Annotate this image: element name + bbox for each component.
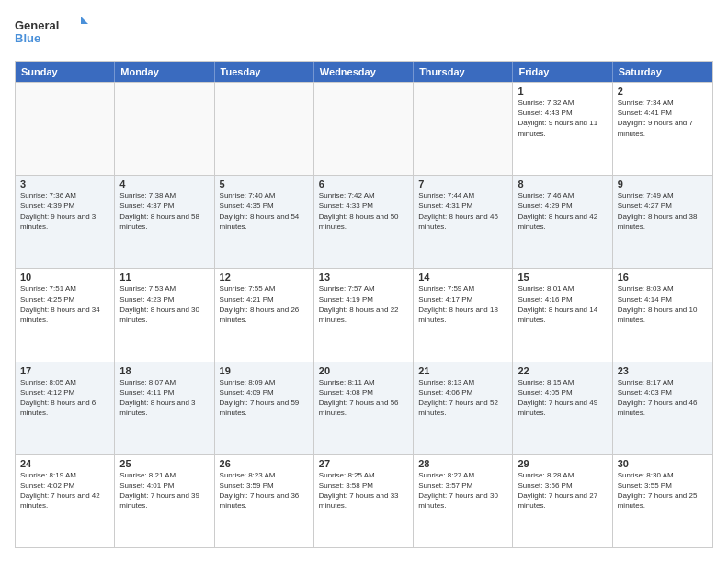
day-info: Sunrise: 7:38 AM Sunset: 4:37 PM Dayligh…	[119, 190, 209, 232]
day-number: 10	[20, 271, 109, 282]
calendar-cell: 17Sunrise: 8:05 AM Sunset: 4:12 PM Dayli…	[16, 362, 115, 454]
page: General Blue SundayMondayTuesdayWednesda…	[0, 0, 728, 563]
calendar-cell: 10Sunrise: 7:51 AM Sunset: 4:25 PM Dayli…	[16, 269, 115, 361]
calendar-cell: 6Sunrise: 7:42 AM Sunset: 4:33 PM Daylig…	[314, 176, 414, 268]
calendar-row: 24Sunrise: 8:19 AM Sunset: 4:02 PM Dayli…	[16, 454, 712, 547]
calendar-cell: 3Sunrise: 7:36 AM Sunset: 4:39 PM Daylig…	[16, 176, 115, 268]
header: General Blue	[15, 15, 713, 52]
calendar-cell	[414, 83, 513, 175]
day-number: 26	[220, 458, 309, 469]
calendar-cell: 1Sunrise: 7:32 AM Sunset: 4:43 PM Daylig…	[513, 83, 612, 175]
day-number: 27	[319, 458, 408, 469]
day-info: Sunrise: 8:19 AM Sunset: 4:02 PM Dayligh…	[20, 470, 109, 511]
day-number: 13	[319, 271, 408, 282]
day-info: Sunrise: 8:17 AM Sunset: 4:03 PM Dayligh…	[618, 377, 708, 419]
calendar-cell: 14Sunrise: 7:59 AM Sunset: 4:17 PM Dayli…	[414, 269, 513, 361]
calendar-row: 3Sunrise: 7:36 AM Sunset: 4:39 PM Daylig…	[16, 175, 712, 268]
day-number: 4	[119, 178, 209, 190]
calendar-cell: 24Sunrise: 8:19 AM Sunset: 4:02 PM Dayli…	[16, 455, 115, 547]
calendar-cell: 21Sunrise: 8:13 AM Sunset: 4:06 PM Dayli…	[414, 362, 513, 454]
calendar-cell: 29Sunrise: 8:28 AM Sunset: 3:56 PM Dayli…	[513, 455, 612, 547]
logo-svg: General Blue	[15, 15, 88, 52]
day-number: 2	[618, 86, 708, 97]
calendar-cell	[215, 83, 314, 175]
day-info: Sunrise: 8:23 AM Sunset: 3:59 PM Dayligh…	[220, 470, 309, 511]
day-info: Sunrise: 8:30 AM Sunset: 3:55 PM Dayligh…	[618, 470, 708, 511]
calendar-body: 1Sunrise: 7:32 AM Sunset: 4:43 PM Daylig…	[16, 82, 712, 547]
calendar-cell	[16, 83, 115, 175]
day-number: 1	[518, 86, 607, 97]
day-number: 19	[220, 365, 309, 376]
day-info: Sunrise: 8:25 AM Sunset: 3:58 PM Dayligh…	[319, 470, 408, 511]
day-number: 21	[418, 365, 507, 376]
calendar-cell: 13Sunrise: 7:57 AM Sunset: 4:19 PM Dayli…	[314, 269, 414, 361]
calendar-row: 17Sunrise: 8:05 AM Sunset: 4:12 PM Dayli…	[16, 362, 712, 454]
day-number: 5	[220, 178, 309, 190]
calendar-header-day: Thursday	[414, 62, 513, 82]
calendar-cell: 28Sunrise: 8:27 AM Sunset: 3:57 PM Dayli…	[414, 455, 513, 547]
day-number: 25	[119, 458, 209, 469]
day-number: 3	[20, 178, 109, 190]
day-number: 12	[220, 271, 309, 282]
day-number: 6	[319, 178, 408, 190]
day-info: Sunrise: 7:55 AM Sunset: 4:21 PM Dayligh…	[220, 283, 309, 325]
calendar-cell: 25Sunrise: 8:21 AM Sunset: 4:01 PM Dayli…	[115, 455, 214, 547]
day-info: Sunrise: 7:57 AM Sunset: 4:19 PM Dayligh…	[319, 283, 408, 325]
day-number: 29	[518, 458, 607, 469]
day-info: Sunrise: 7:53 AM Sunset: 4:23 PM Dayligh…	[119, 283, 209, 325]
day-info: Sunrise: 8:15 AM Sunset: 4:05 PM Dayligh…	[518, 377, 607, 419]
day-number: 22	[518, 365, 607, 376]
calendar-cell: 19Sunrise: 8:09 AM Sunset: 4:09 PM Dayli…	[215, 362, 314, 454]
svg-text:Blue: Blue	[15, 31, 40, 45]
day-info: Sunrise: 7:59 AM Sunset: 4:17 PM Dayligh…	[418, 283, 507, 325]
calendar-cell	[115, 83, 214, 175]
day-number: 20	[319, 365, 408, 376]
calendar-cell: 16Sunrise: 8:03 AM Sunset: 4:14 PM Dayli…	[613, 269, 712, 361]
calendar-header-day: Sunday	[16, 62, 115, 82]
day-info: Sunrise: 8:09 AM Sunset: 4:09 PM Dayligh…	[220, 377, 309, 419]
day-info: Sunrise: 8:27 AM Sunset: 3:57 PM Dayligh…	[418, 470, 507, 511]
calendar-cell: 11Sunrise: 7:53 AM Sunset: 4:23 PM Dayli…	[115, 269, 214, 361]
day-info: Sunrise: 8:07 AM Sunset: 4:11 PM Dayligh…	[119, 377, 209, 419]
calendar-cell: 18Sunrise: 8:07 AM Sunset: 4:11 PM Dayli…	[115, 362, 214, 454]
day-info: Sunrise: 8:01 AM Sunset: 4:16 PM Dayligh…	[518, 283, 607, 325]
day-number: 17	[20, 365, 109, 376]
day-info: Sunrise: 7:42 AM Sunset: 4:33 PM Dayligh…	[319, 190, 408, 232]
calendar-header-day: Tuesday	[215, 62, 314, 82]
day-info: Sunrise: 7:51 AM Sunset: 4:25 PM Dayligh…	[20, 283, 109, 325]
calendar-header-day: Saturday	[613, 62, 712, 82]
day-info: Sunrise: 7:36 AM Sunset: 4:39 PM Dayligh…	[20, 190, 109, 232]
calendar-cell: 2Sunrise: 7:34 AM Sunset: 4:41 PM Daylig…	[613, 83, 712, 175]
day-info: Sunrise: 8:03 AM Sunset: 4:14 PM Dayligh…	[618, 283, 708, 325]
calendar-cell	[314, 83, 414, 175]
day-number: 28	[418, 458, 507, 469]
calendar-header-day: Wednesday	[314, 62, 414, 82]
calendar-cell: 7Sunrise: 7:44 AM Sunset: 4:31 PM Daylig…	[414, 176, 513, 268]
day-number: 7	[418, 178, 507, 190]
calendar-cell: 4Sunrise: 7:38 AM Sunset: 4:37 PM Daylig…	[115, 176, 214, 268]
calendar-cell: 30Sunrise: 8:30 AM Sunset: 3:55 PM Dayli…	[613, 455, 712, 547]
day-number: 18	[119, 365, 209, 376]
logo: General Blue	[15, 15, 88, 52]
day-info: Sunrise: 8:21 AM Sunset: 4:01 PM Dayligh…	[119, 470, 209, 511]
day-number: 30	[618, 458, 708, 469]
day-number: 23	[618, 365, 708, 376]
calendar-cell: 26Sunrise: 8:23 AM Sunset: 3:59 PM Dayli…	[215, 455, 314, 547]
svg-marker-1	[81, 17, 88, 24]
calendar-header-day: Monday	[115, 62, 214, 82]
day-number: 14	[418, 271, 507, 282]
day-number: 15	[518, 271, 607, 282]
day-number: 9	[618, 178, 708, 190]
day-info: Sunrise: 7:49 AM Sunset: 4:27 PM Dayligh…	[618, 190, 708, 232]
day-number: 8	[518, 178, 607, 190]
calendar-header-day: Friday	[513, 62, 612, 82]
day-info: Sunrise: 8:05 AM Sunset: 4:12 PM Dayligh…	[20, 377, 109, 419]
calendar-cell: 23Sunrise: 8:17 AM Sunset: 4:03 PM Dayli…	[613, 362, 712, 454]
day-info: Sunrise: 7:46 AM Sunset: 4:29 PM Dayligh…	[518, 190, 607, 232]
calendar: SundayMondayTuesdayWednesdayThursdayFrid…	[15, 61, 713, 548]
day-info: Sunrise: 7:44 AM Sunset: 4:31 PM Dayligh…	[418, 190, 507, 232]
calendar-row: 10Sunrise: 7:51 AM Sunset: 4:25 PM Dayli…	[16, 268, 712, 361]
calendar-cell: 9Sunrise: 7:49 AM Sunset: 4:27 PM Daylig…	[613, 176, 712, 268]
svg-text:General: General	[15, 18, 59, 32]
day-number: 24	[20, 458, 109, 469]
